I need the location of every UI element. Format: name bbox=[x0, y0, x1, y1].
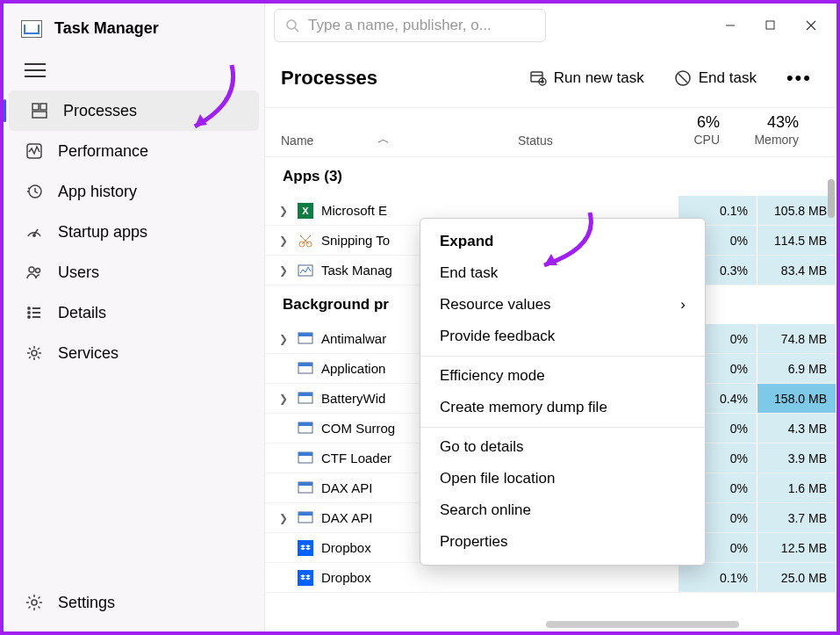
context-menu-item[interactable]: Resource values› bbox=[420, 289, 705, 321]
sidebar-item-processes[interactable]: Processes bbox=[9, 90, 259, 131]
svg-rect-15 bbox=[531, 72, 542, 82]
app-title: Task Manager bbox=[54, 19, 159, 38]
run-task-icon bbox=[529, 69, 547, 87]
memory-cell: 25.0 MB bbox=[757, 563, 836, 592]
svg-rect-30 bbox=[298, 422, 312, 426]
svg-point-8 bbox=[28, 307, 30, 309]
context-menu: ExpandEnd taskResource values›Provide fe… bbox=[420, 218, 706, 566]
memory-cell: 6.9 MB bbox=[757, 354, 836, 383]
svg-point-6 bbox=[29, 267, 34, 272]
sidebar-item-app-history[interactable]: App history bbox=[4, 171, 264, 212]
svg-rect-2 bbox=[32, 112, 47, 118]
sidebar-item-label: Details bbox=[58, 304, 106, 322]
context-menu-item[interactable]: Expand bbox=[420, 226, 705, 257]
nav-list: Processes Performance App history Startu… bbox=[4, 90, 264, 582]
sidebar-item-users[interactable]: Users bbox=[4, 252, 264, 292]
sidebar-item-label: Startup apps bbox=[58, 223, 147, 242]
context-menu-item[interactable]: Provide feedback bbox=[420, 321, 705, 352]
sidebar-item-services[interactable]: Services bbox=[4, 333, 264, 373]
list-icon bbox=[25, 303, 44, 322]
sidebar-item-label: Performance bbox=[58, 142, 148, 161]
svg-rect-0 bbox=[32, 104, 39, 110]
run-new-task-button[interactable]: Run new task bbox=[521, 64, 653, 92]
context-menu-item[interactable]: Create memory dump file bbox=[420, 392, 705, 423]
memory-cell: 105.8 MB bbox=[757, 196, 836, 225]
process-icon bbox=[297, 539, 314, 557]
maximize-button[interactable] bbox=[750, 11, 791, 40]
memory-cell: 1.6 MB bbox=[757, 473, 836, 502]
close-button[interactable] bbox=[791, 11, 831, 40]
process-icon bbox=[297, 390, 314, 408]
svg-point-7 bbox=[36, 269, 40, 273]
svg-point-12 bbox=[32, 600, 37, 605]
process-icon bbox=[297, 480, 314, 497]
column-headers[interactable]: ︿Name Status 6%CPU 43%Memory bbox=[265, 108, 836, 157]
svg-point-9 bbox=[28, 312, 30, 314]
horizontal-scrollbar[interactable] bbox=[546, 621, 739, 628]
svg-point-10 bbox=[28, 316, 30, 318]
svg-rect-28 bbox=[298, 393, 312, 396]
cpu-cell: 0.1% bbox=[678, 563, 757, 592]
page-title: Processes bbox=[281, 67, 377, 90]
end-task-button[interactable]: End task bbox=[665, 64, 765, 92]
svg-rect-26 bbox=[298, 363, 312, 366]
memory-cell: 4.3 MB bbox=[757, 414, 836, 443]
vertical-scrollbar[interactable] bbox=[828, 179, 835, 218]
memory-cell: 114.5 MB bbox=[757, 226, 836, 255]
expand-chevron-icon[interactable]: ❯ bbox=[276, 393, 291, 405]
sidebar-item-label: Processes bbox=[63, 102, 137, 120]
svg-rect-14 bbox=[766, 21, 774, 29]
expand-chevron-icon[interactable]: ❯ bbox=[276, 333, 291, 345]
search-input[interactable]: Type a name, publisher, o... bbox=[274, 9, 546, 42]
svg-rect-32 bbox=[298, 452, 312, 456]
context-menu-item[interactable]: Search online bbox=[420, 494, 705, 526]
process-icon bbox=[297, 330, 314, 348]
chevron-right-icon: › bbox=[680, 296, 686, 314]
expand-chevron-icon[interactable]: ❯ bbox=[276, 205, 291, 217]
process-icon bbox=[297, 569, 314, 587]
sidebar-item-details[interactable]: Details bbox=[4, 292, 264, 333]
context-menu-item[interactable]: Go to details bbox=[420, 431, 705, 463]
context-menu-item[interactable]: Efficiency mode bbox=[420, 360, 705, 392]
sidebar: Task Manager Processes Performance App h… bbox=[4, 4, 265, 631]
settings-icon bbox=[25, 593, 44, 612]
process-icon bbox=[297, 232, 314, 249]
sidebar-item-label: Services bbox=[58, 344, 118, 363]
expand-chevron-icon[interactable]: ❯ bbox=[276, 264, 291, 277]
process-icon bbox=[297, 420, 314, 437]
group-header: Apps (3) bbox=[265, 157, 836, 196]
memory-cell: 83.4 MB bbox=[757, 256, 836, 285]
sidebar-item-startup-apps[interactable]: Startup apps bbox=[4, 212, 264, 252]
svg-rect-38 bbox=[298, 570, 313, 586]
process-icon bbox=[297, 450, 314, 467]
svg-text:X: X bbox=[302, 206, 309, 216]
memory-cell: 12.5 MB bbox=[757, 533, 836, 562]
search-placeholder: Type a name, publisher, o... bbox=[308, 17, 492, 34]
svg-point-11 bbox=[32, 350, 37, 356]
expand-chevron-icon[interactable]: ❯ bbox=[276, 235, 291, 247]
svg-point-5 bbox=[33, 235, 35, 236]
context-menu-item[interactable]: Open file location bbox=[420, 463, 705, 494]
memory-cell: 158.0 MB bbox=[757, 384, 836, 413]
grid-icon bbox=[30, 101, 49, 120]
svg-rect-37 bbox=[298, 540, 313, 556]
hamburger-menu-icon[interactable] bbox=[25, 59, 46, 82]
table-row[interactable]: Dropbox0.1%25.0 MB bbox=[265, 563, 836, 593]
sidebar-item-label: Settings bbox=[58, 594, 115, 612]
sidebar-item-performance[interactable]: Performance bbox=[4, 131, 264, 171]
more-button[interactable]: ••• bbox=[778, 61, 821, 95]
search-icon bbox=[285, 18, 299, 32]
expand-chevron-icon[interactable]: ❯ bbox=[276, 512, 291, 524]
minimize-button[interactable] bbox=[710, 11, 750, 40]
svg-rect-1 bbox=[40, 104, 47, 110]
memory-cell: 74.8 MB bbox=[757, 324, 836, 353]
sidebar-item-settings[interactable]: Settings bbox=[4, 582, 264, 623]
gauge-icon bbox=[25, 222, 44, 242]
context-menu-item[interactable]: End task bbox=[420, 257, 705, 289]
sidebar-item-label: Users bbox=[58, 263, 99, 282]
svg-rect-34 bbox=[298, 482, 312, 486]
context-menu-item[interactable]: Properties bbox=[420, 526, 705, 558]
process-icon bbox=[297, 509, 314, 527]
gear-icon bbox=[25, 343, 44, 363]
memory-cell: 3.9 MB bbox=[757, 444, 836, 473]
